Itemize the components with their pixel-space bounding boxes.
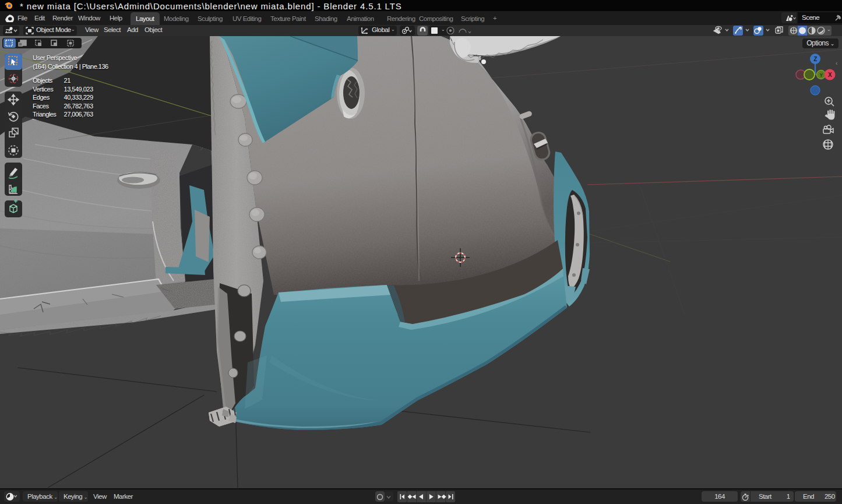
svg-text:X: X — [828, 72, 832, 78]
svg-text:Y: Y — [819, 72, 823, 78]
svg-text:Z: Z — [813, 56, 817, 62]
